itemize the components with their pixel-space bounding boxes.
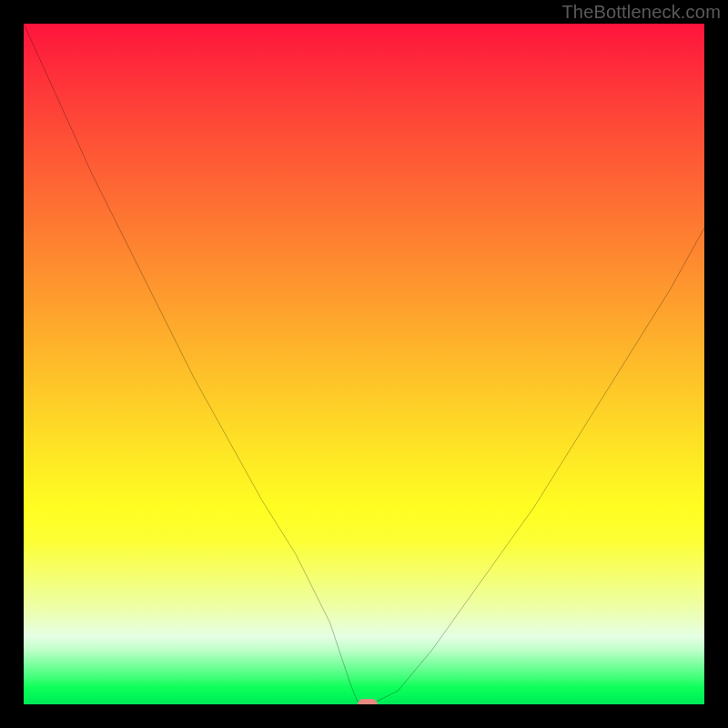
optimal-marker <box>358 699 378 704</box>
bottleneck-curve <box>24 24 704 704</box>
plot-area <box>24 24 704 704</box>
curve-line <box>24 24 704 704</box>
watermark-text: TheBottleneck.com <box>561 2 721 23</box>
chart-frame: TheBottleneck.com <box>0 0 728 728</box>
